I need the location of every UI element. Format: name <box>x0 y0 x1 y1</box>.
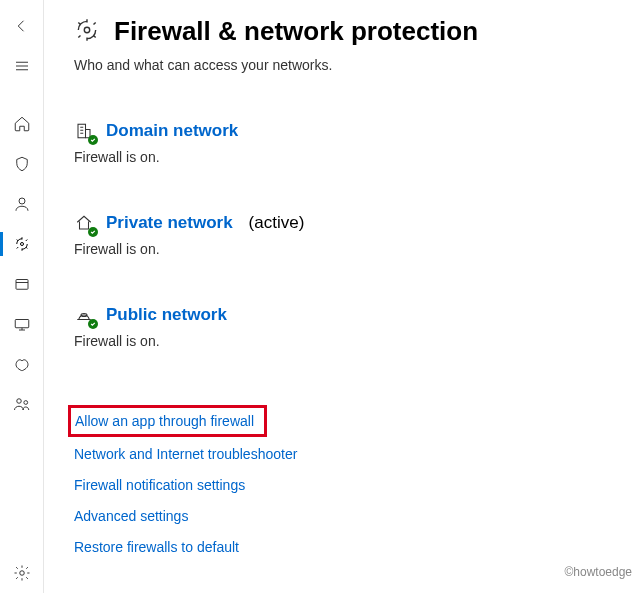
highlight-box: Allow an app through firewall <box>68 405 267 437</box>
private-network-active-tag: (active) <box>249 213 305 233</box>
domain-network-status: Firewall is on. <box>74 149 630 165</box>
nav-account-protection[interactable] <box>0 184 44 224</box>
svg-point-6 <box>20 571 25 576</box>
svg-rect-3 <box>15 320 29 328</box>
nav-device-performance[interactable] <box>0 344 44 384</box>
svg-point-7 <box>84 27 89 32</box>
notification-settings-link[interactable]: Firewall notification settings <box>74 477 245 493</box>
back-button[interactable] <box>0 6 44 46</box>
nav-firewall[interactable] <box>0 224 44 264</box>
nav-app-browser-control[interactable] <box>0 264 44 304</box>
status-ok-icon <box>88 227 98 237</box>
svg-point-5 <box>24 401 28 405</box>
troubleshooter-link[interactable]: Network and Internet troubleshooter <box>74 446 297 462</box>
public-network-icon <box>74 305 94 325</box>
main-content: Firewall & network protection Who and wh… <box>74 16 630 569</box>
allow-app-link[interactable]: Allow an app through firewall <box>75 413 254 429</box>
private-network-link[interactable]: Private network <box>106 213 233 233</box>
nav-home[interactable] <box>0 104 44 144</box>
private-network-section: Private network (active) Firewall is on. <box>74 213 630 257</box>
nav-virus-protection[interactable] <box>0 144 44 184</box>
firewall-icon <box>74 17 100 47</box>
advanced-settings-link[interactable]: Advanced settings <box>74 508 188 524</box>
nav-device-security[interactable] <box>0 304 44 344</box>
menu-button[interactable] <box>0 46 44 86</box>
settings-links: Allow an app through firewall Network an… <box>74 405 630 569</box>
public-network-link[interactable]: Public network <box>106 305 227 325</box>
private-network-icon <box>74 213 94 233</box>
nav-settings[interactable] <box>0 553 44 593</box>
public-network-status: Firewall is on. <box>74 333 630 349</box>
domain-network-icon <box>74 121 94 141</box>
page-title: Firewall & network protection <box>114 16 478 47</box>
domain-network-link[interactable]: Domain network <box>106 121 238 141</box>
svg-point-0 <box>19 198 25 204</box>
status-ok-icon <box>88 319 98 329</box>
restore-defaults-link[interactable]: Restore firewalls to default <box>74 539 239 555</box>
sidebar <box>0 0 44 593</box>
public-network-section: Public network Firewall is on. <box>74 305 630 349</box>
watermark: ©howtoedge <box>564 565 632 579</box>
status-ok-icon <box>88 135 98 145</box>
nav-family-options[interactable] <box>0 384 44 424</box>
page-subtitle: Who and what can access your networks. <box>74 57 630 73</box>
domain-network-section: Domain network Firewall is on. <box>74 121 630 165</box>
private-network-status: Firewall is on. <box>74 241 630 257</box>
svg-rect-8 <box>78 124 86 138</box>
svg-point-4 <box>17 399 22 404</box>
svg-point-1 <box>21 243 24 246</box>
svg-rect-2 <box>16 280 28 290</box>
